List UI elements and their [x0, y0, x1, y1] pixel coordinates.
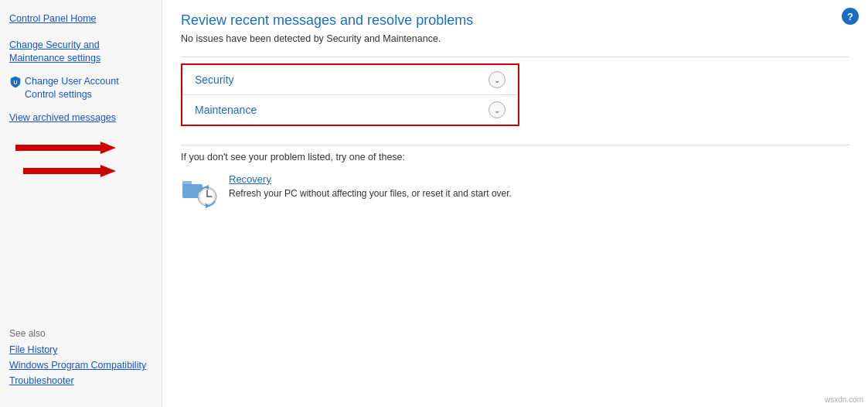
page-subtitle: No issues have been detected by Security…: [181, 33, 849, 44]
security-chevron[interactable]: ⌄: [488, 71, 505, 88]
bottom-divider: [181, 145, 849, 145]
watermark: wsxdn.com: [825, 395, 863, 404]
svg-marker-2: [100, 142, 116, 154]
try-section-text: If you don't see your problem listed, tr…: [181, 152, 849, 162]
svg-marker-4: [100, 165, 116, 177]
recovery-link[interactable]: Recovery: [229, 173, 512, 185]
maintenance-chevron[interactable]: ⌄: [488, 101, 505, 118]
sidebar-see-also: See also File History Windows Program Co…: [0, 319, 162, 398]
sidebar-link-windows-compat[interactable]: Windows Program Compatibility Troublesho…: [9, 357, 152, 388]
top-divider: [181, 56, 849, 57]
sidebar-item-control-panel-home[interactable]: Control Panel Home: [0, 9, 162, 29]
sidebar-link-file-history[interactable]: File History: [9, 342, 152, 357]
page-title: Review recent messages and resolve probl…: [181, 12, 849, 29]
sidebar-item-view-archived[interactable]: View archived messages: [0, 108, 162, 128]
sidebar-item-uac-label: Change User Account Control settings: [25, 75, 152, 102]
sidebar-item-change-uac[interactable]: U Change User Account Control settings: [0, 72, 162, 105]
security-maintenance-box: Security ⌄ Maintenance ⌄: [181, 63, 519, 126]
arrow-annotation-area: [0, 134, 162, 196]
recovery-description: Refresh your PC without affecting your f…: [229, 186, 512, 200]
recovery-row: Recovery Refresh your PC without affecti…: [181, 173, 849, 210]
recovery-text: Recovery Refresh your PC without affecti…: [229, 173, 512, 200]
svg-rect-6: [182, 181, 192, 186]
arrow-annotation: [8, 134, 131, 188]
security-section-item[interactable]: Security ⌄: [182, 65, 518, 95]
recovery-icon: [181, 173, 218, 210]
sidebar: Control Panel Home Change Security and M…: [0, 0, 162, 407]
shield-icon: U: [9, 76, 22, 88]
see-also-label: See also: [9, 328, 152, 339]
security-label: Security: [195, 74, 234, 86]
content-area: Review recent messages and resolve probl…: [162, 0, 868, 407]
maintenance-label: Maintenance: [195, 104, 257, 116]
maintenance-section-item[interactable]: Maintenance ⌄: [182, 95, 518, 125]
sidebar-item-change-security-settings[interactable]: Change Security and Maintenance settings: [0, 36, 162, 69]
svg-text:U: U: [14, 80, 18, 85]
